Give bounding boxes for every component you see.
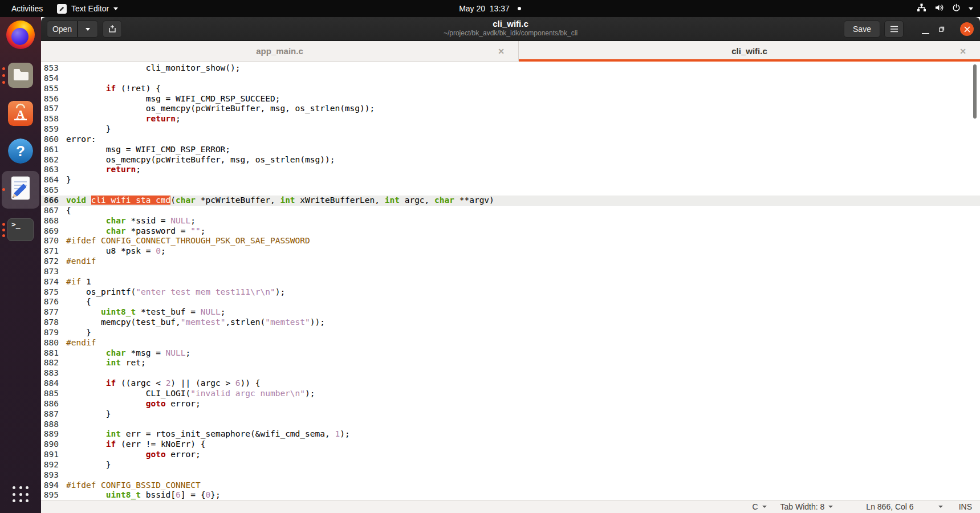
code-line[interactable]: 892 }: [41, 460, 980, 470]
dock-item-text-editor[interactable]: [8, 175, 33, 201]
code-line[interactable]: 855 if (!ret) {: [41, 84, 980, 94]
tab-new-icon: [108, 25, 117, 34]
code-text: os_memcpy(pcWriteBuffer, msg, os_strlen(…: [66, 155, 335, 165]
line-number: 881: [41, 348, 63, 359]
code-line[interactable]: 894#ifdef CONFIG_BSSID_CONNECT: [41, 481, 980, 491]
titlebar[interactable]: Open cli_wifi.c ~/project/bk_avdk/bk_idk…: [41, 17, 980, 41]
code-line[interactable]: 860error:: [41, 135, 980, 145]
close-button[interactable]: [960, 22, 974, 36]
code-line[interactable]: 882 int ret;: [41, 358, 980, 368]
text-editor-icon: [8, 175, 33, 201]
code-line[interactable]: 866void cli_wifi_sta_cmd(char *pcWriteBu…: [41, 196, 980, 206]
chevron-down-icon: [762, 506, 767, 508]
code-line[interactable]: 876 {: [41, 297, 980, 307]
code-line[interactable]: 888: [41, 420, 980, 430]
dock-item-firefox[interactable]: [6, 21, 35, 49]
code-line[interactable]: 873: [41, 267, 980, 277]
line-number: 873: [41, 267, 63, 277]
code-line[interactable]: 874#if 1: [41, 277, 980, 287]
input-mode[interactable]: INS: [959, 502, 972, 511]
code-text: u8 *psk = 0;: [66, 246, 166, 256]
running-indicator-dot: [2, 229, 5, 231]
code-line[interactable]: 880#endif: [41, 338, 980, 348]
line-number: 858: [41, 114, 63, 124]
code-line[interactable]: 891 goto error;: [41, 450, 980, 460]
code-line[interactable]: 889 int err = rtos_init_semaphore(&wifi_…: [41, 429, 980, 439]
tab-cli-wifi-c[interactable]: cli_wifi.c: [519, 41, 980, 61]
cursor-position[interactable]: Ln 866, Col 6: [866, 502, 913, 511]
language-selector[interactable]: C: [752, 502, 766, 511]
goto-line-dropdown[interactable]: [934, 506, 943, 508]
code-line[interactable]: 875 os_printf("enter test mem test111\r\…: [41, 287, 980, 298]
code-line[interactable]: 881 char *msg = NULL;: [41, 348, 980, 359]
code-text: #ifdef CONFIG_CONNECT_THROUGH_PSK_OR_SAE…: [66, 236, 310, 246]
code-line[interactable]: 878 memcpy(test_buf,"memtest",strlen("me…: [41, 317, 980, 328]
code-line[interactable]: 857 os_memcpy(pcWriteBuffer, msg, os_str…: [41, 104, 980, 114]
tab-app-main-c[interactable]: app_main.c: [41, 41, 519, 61]
code-line[interactable]: 883: [41, 368, 980, 378]
code-text: int err = rtos_init_semaphore(&wifi_cmd_…: [66, 429, 350, 439]
code-line[interactable]: 861 msg = WIFI_CMD_RSP_ERROR;: [41, 145, 980, 155]
code-line[interactable]: 865: [41, 185, 980, 196]
code-line[interactable]: 890 if (err != kNoErr) {: [41, 439, 980, 450]
code-line[interactable]: 858 return;: [41, 114, 980, 124]
open-dropdown-button[interactable]: [78, 21, 98, 38]
code-text: cli_monitor_show();: [66, 63, 241, 74]
tab-width-selector[interactable]: Tab Width: 8: [780, 502, 833, 511]
dock-item-terminal[interactable]: [7, 218, 34, 241]
save-button[interactable]: Save: [844, 21, 880, 38]
code-line[interactable]: 870#ifdef CONFIG_CONNECT_THROUGH_PSK_OR_…: [41, 236, 980, 246]
search-match-highlight: cli_wifi_sta_cmd: [91, 196, 171, 205]
code-line[interactable]: 871 u8 *psk = 0;: [41, 246, 980, 256]
dock-item-ubuntu-software[interactable]: A: [8, 101, 33, 126]
code-line[interactable]: 877 uint8_t *test_buf = NULL;: [41, 307, 980, 317]
code-line[interactable]: 853 cli_monitor_show();: [41, 63, 980, 74]
code-line[interactable]: 854: [41, 74, 980, 84]
code-line[interactable]: 893: [41, 470, 980, 481]
tab-label: app_main.c: [256, 46, 303, 56]
code-line[interactable]: 859 }: [41, 124, 980, 135]
app-menu[interactable]: Text Editor: [57, 0, 118, 17]
activities-button[interactable]: Activities: [8, 0, 46, 17]
code-line[interactable]: 884 if ((argc < 2) || (argc > 6)) {: [41, 378, 980, 389]
code-line[interactable]: 886 goto error;: [41, 399, 980, 409]
code-line[interactable]: 867{: [41, 206, 980, 216]
line-number: 862: [41, 155, 63, 165]
code-line[interactable]: 879 }: [41, 328, 980, 338]
tab-close-icon[interactable]: [959, 47, 966, 55]
code-line[interactable]: 863 return;: [41, 165, 980, 175]
hamburger-menu-button[interactable]: [884, 21, 904, 38]
vertical-scrollbar-thumb[interactable]: [973, 64, 977, 119]
open-button[interactable]: Open: [47, 21, 78, 38]
code-line[interactable]: 885 CLI_LOGI("invalid argc number\n");: [41, 389, 980, 399]
close-icon: [964, 26, 970, 32]
code-line[interactable]: 856 msg = WIFI_CMD_RSP_SUCCEED;: [41, 94, 980, 104]
show-applications-button[interactable]: [13, 486, 30, 504]
running-indicator-dot: [2, 81, 5, 84]
system-tray[interactable]: [917, 0, 973, 17]
line-number: 870: [41, 236, 63, 246]
code-text: if (!ret) {: [66, 84, 161, 94]
code-line[interactable]: 869 char *password = "";: [41, 226, 980, 237]
clock[interactable]: May 20 13:37: [459, 4, 510, 13]
code-line[interactable]: 872#endif: [41, 256, 980, 267]
code-line[interactable]: 895 uint8_t bssid[6] = {0};: [41, 490, 980, 500]
minimize-button[interactable]: [917, 25, 934, 34]
dock-item-files[interactable]: [8, 63, 33, 88]
restore-button[interactable]: [934, 24, 950, 34]
code-editor[interactable]: 853 cli_monitor_show();854855 if (!ret) …: [41, 62, 980, 500]
line-number: 855: [41, 84, 63, 94]
app-menu-label: Text Editor: [71, 4, 109, 13]
line-number: 875: [41, 287, 63, 298]
dock-item-help[interactable]: ?: [8, 139, 33, 164]
new-tab-button[interactable]: [103, 21, 122, 38]
line-number: 871: [41, 246, 63, 256]
code-line[interactable]: 864}: [41, 175, 980, 185]
code-text: char *password = "";: [66, 226, 205, 237]
code-text: error:: [66, 135, 96, 145]
code-line[interactable]: 868 char *ssid = NULL;: [41, 216, 980, 226]
code-line[interactable]: 887 }: [41, 409, 980, 420]
code-line[interactable]: 862 os_memcpy(pcWriteBuffer, msg, os_str…: [41, 155, 980, 165]
code-text: int ret;: [66, 358, 146, 368]
tab-close-icon[interactable]: [498, 47, 505, 55]
